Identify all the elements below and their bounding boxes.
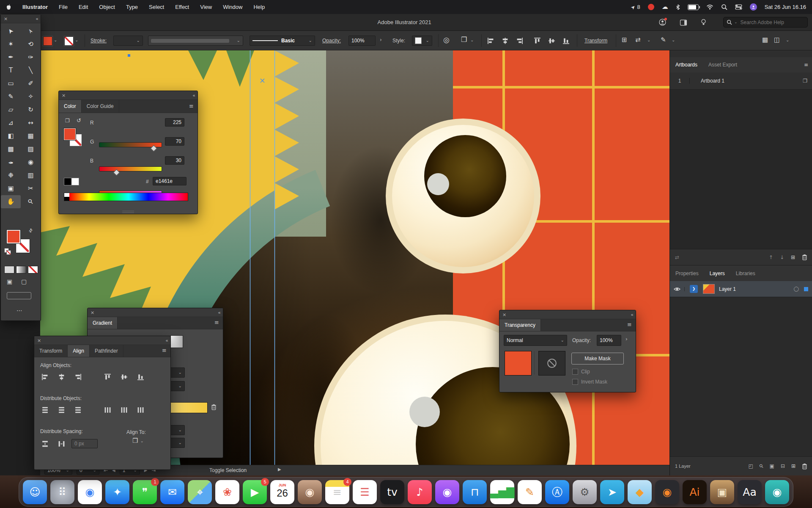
dock-finder[interactable]: ☺	[23, 480, 47, 504]
close-icon[interactable]: ×	[502, 312, 506, 317]
menu-item[interactable]: Effect	[175, 4, 189, 10]
brush-definition-dropdown[interactable]: ⌄	[148, 36, 243, 46]
magic-wand-tool[interactable]: ✶	[1, 38, 21, 51]
dock-calendar[interactable]: JUN 26	[270, 480, 294, 504]
dock-reminders[interactable]: ☰	[353, 480, 377, 504]
dock-music[interactable]: ♪	[408, 480, 432, 504]
layer-row[interactable]: ❯ Layer 1 ◯	[670, 281, 812, 297]
delete-artboard-icon[interactable]	[802, 254, 807, 260]
dock-system-preferences[interactable]: ⚙	[573, 480, 597, 504]
tab-libraries[interactable]: Libraries	[730, 265, 761, 281]
discover-lightbulb-icon[interactable]	[701, 19, 706, 27]
shuffle-chevron-icon[interactable]: ⌄	[647, 38, 650, 42]
zoom-tool[interactable]: ⚲	[21, 195, 41, 208]
artboard-name[interactable]: Artboard 1	[701, 78, 724, 84]
new-artboard-icon[interactable]: ⊞	[791, 255, 795, 260]
stroke-weight-dropdown[interactable]: ⌄	[113, 36, 143, 46]
distribute-top-icon[interactable]	[38, 405, 51, 415]
none-mode-button[interactable]	[28, 266, 38, 273]
channel-b-input[interactable]: 30	[165, 156, 184, 165]
draw-normal-mode-icon[interactable]: ▣	[7, 279, 12, 284]
opacity-label[interactable]: Opacity:	[322, 38, 341, 44]
align-horizontal-center-icon[interactable]	[55, 372, 68, 382]
battery-icon[interactable]	[688, 4, 699, 10]
dock-apple-tv[interactable]: tv	[380, 480, 404, 504]
new-sublayer-icon[interactable]: ⊟	[781, 464, 785, 469]
menu-item[interactable]: Window	[223, 4, 242, 10]
line-segment-tool[interactable]: ╲	[21, 64, 41, 77]
dock-photos[interactable]: ❀	[215, 480, 239, 504]
move-artboard-up-icon[interactable]: ↑	[769, 255, 773, 260]
dock-photo-booth[interactable]: ◉	[298, 480, 322, 504]
layer-selection-indicator[interactable]	[804, 287, 808, 291]
distribute-right-icon[interactable]	[134, 405, 147, 415]
artboards-panel-menu-icon[interactable]: ≡	[804, 62, 808, 67]
more-tools-icon[interactable]: ⋯	[16, 307, 22, 313]
direct-selection-tool[interactable]: ➢	[21, 25, 41, 38]
dock-notes[interactable]: ≡ 4	[325, 480, 349, 504]
tab-properties[interactable]: Properties	[670, 265, 704, 281]
workspace-grid-icon[interactable]: ▦	[762, 37, 768, 43]
tab-pathfinder[interactable]: Pathfinder	[90, 345, 123, 357]
dock-maps[interactable]: ⌖	[188, 480, 212, 504]
color-fill-swatch[interactable]	[64, 128, 76, 140]
collapse-icon[interactable]: ‹‹	[218, 310, 220, 315]
tab-align[interactable]: Align	[68, 345, 90, 357]
dock-keynote[interactable]: ⊓	[463, 480, 487, 504]
transparency-opacity-input[interactable]: 100%	[597, 335, 621, 346]
mesh-tool[interactable]: ▩	[1, 143, 21, 156]
workspace-chevron-icon[interactable]: ⌄	[786, 38, 789, 42]
column-graph-tool[interactable]: ▥	[21, 169, 41, 182]
close-icon[interactable]: ×	[62, 93, 66, 98]
dock-pages[interactable]: ✎	[518, 480, 542, 504]
channel-g-slider[interactable]	[99, 166, 162, 171]
gradient-mode-button[interactable]	[16, 266, 26, 273]
color-panel-menu-icon[interactable]: ≡	[189, 103, 194, 109]
channel-r-slider[interactable]	[99, 142, 162, 147]
layer-visibility-eye-icon[interactable]	[670, 287, 685, 291]
toolbar-fill-swatch[interactable]	[7, 230, 20, 243]
menu-item[interactable]: Help	[253, 4, 265, 10]
shape-builder-tool[interactable]: ◧	[1, 130, 21, 143]
dock-hand-mirror[interactable]: ◉	[765, 480, 789, 504]
white-swatch[interactable]	[71, 178, 79, 185]
transform-grid-icon[interactable]: ⊞	[622, 37, 627, 43]
variable-width-profile-dropdown[interactable]: Basic ⌄	[250, 36, 315, 46]
stroke-label[interactable]: Stroke:	[91, 38, 107, 44]
layer-thumbnail[interactable]	[703, 284, 715, 294]
layer-name[interactable]: Layer 1	[719, 286, 736, 292]
dock-blender[interactable]: ◉	[655, 480, 679, 504]
new-layer-icon[interactable]: ⊞	[791, 464, 796, 469]
rearrange-artboards-icon[interactable]: ⇄	[675, 255, 679, 260]
dock-preview-photo[interactable]: ▣	[710, 480, 734, 504]
dock-app-store[interactable]: Ⓐ	[545, 480, 569, 504]
search-scope-chevron-icon[interactable]: ⌄	[734, 20, 738, 24]
distribute-left-icon[interactable]	[101, 405, 114, 415]
collapse-icon[interactable]: ‹‹	[165, 338, 167, 343]
align-panel[interactable]: × ‹‹ Transform Align Pathfinder ≡ Align …	[34, 336, 171, 470]
paintbrush-tool[interactable]: ✐	[21, 77, 41, 90]
blend-mode-dropdown[interactable]: Normal ⌄	[504, 335, 567, 346]
make-clipping-mask-icon[interactable]: ▣	[770, 464, 774, 469]
align-bottom-icon[interactable]	[562, 37, 570, 44]
align-panel-header[interactable]: × ‹‹	[34, 336, 170, 345]
blend-tool[interactable]: ◉	[21, 156, 41, 169]
transparency-panel[interactable]: × ‹‹ Transparency ≡ Normal ⌄ Opacity: 10…	[499, 310, 636, 392]
cloud-icon[interactable]: ☁	[662, 4, 668, 10]
document-setup-chevron-icon[interactable]: ⌄	[470, 38, 474, 42]
menu-item[interactable]: Type	[126, 4, 138, 10]
transparency-opacity-chevron-icon[interactable]: ›	[625, 337, 628, 342]
control-center-icon[interactable]	[735, 4, 742, 10]
eyeball-top[interactable]	[386, 119, 540, 273]
menu-item[interactable]: Object	[99, 4, 115, 10]
layer-expand-chevron-icon[interactable]: ❯	[690, 285, 698, 293]
dock-mail[interactable]: ✉	[160, 480, 184, 504]
anchor-point[interactable]	[128, 54, 130, 57]
dock-telegram[interactable]: ➤	[600, 480, 624, 504]
close-icon[interactable]: ×	[91, 310, 94, 315]
dock-font-app[interactable]: Aa	[738, 480, 762, 504]
color-spectrum-bar[interactable]	[64, 193, 188, 201]
distribute-vertical-center-icon[interactable]	[55, 405, 68, 415]
tab-color[interactable]: Color	[59, 100, 82, 113]
transform-link[interactable]: Transform	[584, 38, 607, 44]
